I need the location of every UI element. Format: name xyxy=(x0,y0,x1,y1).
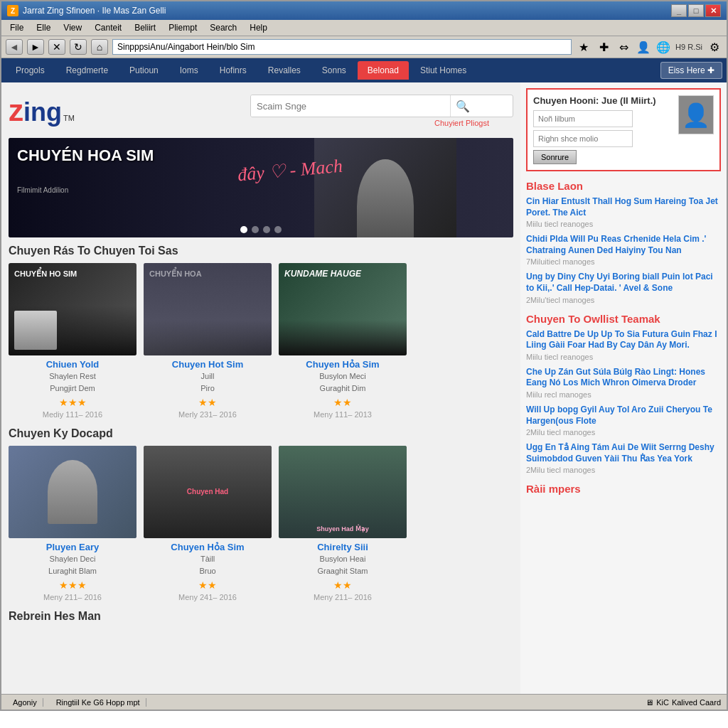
banner-person xyxy=(314,138,456,237)
movie-date-6: Meny 211– 2016 xyxy=(279,593,407,601)
add-icon[interactable]: ✚ xyxy=(596,39,611,55)
favorites-icon[interactable]: ★ xyxy=(576,39,592,55)
rai-mpers-title: Ràii mpers xyxy=(526,483,721,495)
movie-name-6[interactable]: Chirelty Siii xyxy=(279,542,407,552)
hero-banner[interactable]: CHUYÉN HOA SIM Filmimit Addilion đây ♡ -… xyxy=(9,138,513,237)
tab-belonad[interactable]: Belonad xyxy=(358,61,409,80)
search-subtitle: Chuyiert Pliogst xyxy=(250,119,489,127)
movie-card-2: CHUYỂN HOA Chuyen Hot Sim Juill Piro ★★ … xyxy=(144,263,272,419)
movie-stars-2: ★★ xyxy=(144,397,272,408)
movie-stars-4: ★★★ xyxy=(9,579,136,591)
globe-icon[interactable]: 🌐 xyxy=(655,39,671,55)
banner-dot-4[interactable] xyxy=(274,226,282,233)
minimize-button[interactable]: _ xyxy=(671,4,687,17)
owllist-item-title-4[interactable]: Ugg En Tả Aing Tám Aui De Wiit Serrng De… xyxy=(526,442,721,464)
owllist-item-title-2[interactable]: Che Up Zán Gut Súla Búlg Rào Lingt: Hone… xyxy=(526,367,721,389)
movie-card-6: Shuyen Had Ṁạy Chirelty Siii Busylon Hea… xyxy=(279,446,407,601)
back-button[interactable]: ◄ xyxy=(6,39,23,55)
thumb-gradient-3 xyxy=(279,320,407,355)
movie-thumb-4[interactable] xyxy=(9,446,136,538)
movie-name-5[interactable]: Chuyen Hỏa Sim xyxy=(144,542,272,552)
tab-search-box[interactable]: Eiss Here ✚ xyxy=(660,62,722,79)
settings-icon[interactable]: ⚙ xyxy=(707,39,722,55)
movie-date-5: Meny 241– 2016 xyxy=(144,593,272,601)
address-bar: ◄ ► ✕ ↻ ⌂ ★ ✚ ⇔ 👤 🌐 H9 R.Si ⚙ xyxy=(1,36,727,58)
sidebar-owllist: Chuyen To Owllist Teamak Cald Battre De … xyxy=(526,313,721,475)
blase-item-title-3[interactable]: Ung by Diny Chy Uyi Boring biall Puin lo… xyxy=(526,272,721,294)
movie-name-3[interactable]: Chuyen Hỏa Sim xyxy=(279,359,407,370)
movie-name-2[interactable]: Chuyen Hot Sim xyxy=(144,359,272,370)
menu-search[interactable]: Search xyxy=(204,21,242,34)
movie-stars-6: ★★ xyxy=(279,579,407,591)
site-logo: z ing TM xyxy=(9,94,75,128)
search-input[interactable] xyxy=(251,95,450,117)
profile-name: Chuyen Hooni: Jue (II Miirt.) xyxy=(533,95,673,106)
movie-name-1[interactable]: Chiuen Yold xyxy=(9,359,136,370)
thumb-inner-5: Chuyen Had xyxy=(144,446,272,538)
profile-login-button[interactable]: Sonrure xyxy=(533,150,577,164)
thumb-title-6: Shuyen Had Ṁạy xyxy=(314,523,372,535)
profile-input-username[interactable] xyxy=(533,110,633,127)
menu-elle[interactable]: Elle xyxy=(31,21,56,34)
user-icon[interactable]: 👤 xyxy=(636,39,651,55)
menu-view[interactable]: View xyxy=(58,21,87,34)
tab-regdmerte[interactable]: Regdmerte xyxy=(56,61,118,80)
h9-label: H9 R.Si xyxy=(675,43,702,51)
banner-dots xyxy=(240,226,282,233)
owllist-item-title-3[interactable]: Will Up bopg Gyil Auy Tol Aro Zuii Chery… xyxy=(526,405,721,427)
menu-canteit[interactable]: Canteit xyxy=(89,21,127,34)
window-title: Jarrat Zing Sfinoen · Ile Mas Zan Gelli xyxy=(23,6,166,16)
thumb-inner-6: Shuyen Had Ṁạy xyxy=(279,446,407,538)
stop-button[interactable]: ✕ xyxy=(48,39,65,55)
avatar-icon: 👤 xyxy=(682,102,710,129)
blase-item-title-1[interactable]: Cin Hiar Entuslt Thall Hog Sum Hareing T… xyxy=(526,196,721,218)
profile-avatar: 👤 xyxy=(678,95,714,134)
section3-title: Rebrein Hes Man xyxy=(9,610,513,623)
tab-revalles[interactable]: Revalles xyxy=(258,61,311,80)
movie-name-4[interactable]: Pluyen Eary xyxy=(9,542,136,552)
refresh-button[interactable]: ↻ xyxy=(70,39,87,55)
movie-meta2-2: Piro xyxy=(144,383,272,394)
tab-sonns[interactable]: Sonns xyxy=(312,61,356,80)
banner-dot-1[interactable] xyxy=(240,226,247,233)
sidebar-blase-laon: Blase Laon Cin Hiar Entuslt Thall Hog Su… xyxy=(526,180,721,304)
tab-stiut-homes[interactable]: Stiut Homes xyxy=(410,61,476,80)
movie-thumb-3[interactable]: Kundame Hauge xyxy=(279,263,407,355)
main-area: z ing TM 🔍 Chuyiert Pliogst CHUYÉN HOA S… xyxy=(1,82,727,694)
home-button[interactable]: ⌂ xyxy=(91,39,108,55)
owllist-item-title-1[interactable]: Cald Battre De Up Up To Sia Futura Guin … xyxy=(526,329,721,351)
movie-thumb-1[interactable]: CHUYỂN HO SIM xyxy=(9,263,136,355)
movie-thumb-2[interactable]: CHUYỂN HOA xyxy=(144,263,272,355)
menu-beliirt[interactable]: Beliirt xyxy=(129,21,161,34)
movie-thumb-title-1: CHUYỂN HO SIM xyxy=(14,269,77,279)
tab-hofinrs[interactable]: Hofinrs xyxy=(210,61,257,80)
menu-pliempt[interactable]: Pliempt xyxy=(163,21,203,34)
movie-card-1: CHUYỂN HO SIM Chiuen Yold Shaylen Rest P… xyxy=(9,263,136,419)
blase-item-title-2[interactable]: Chidi Plda Will Pu Reas Crhenide Hela Ci… xyxy=(526,234,721,256)
movie-meta2-4: Luraghit Blam xyxy=(9,566,136,577)
movie-thumb-5[interactable]: Chuyen Had xyxy=(144,446,272,538)
close-button[interactable]: ✕ xyxy=(705,4,721,17)
logo-ing: ing xyxy=(23,97,62,127)
banner-dot-3[interactable] xyxy=(263,226,270,233)
menu-help[interactable]: Help xyxy=(244,21,273,34)
status-kic: KiC xyxy=(656,698,669,707)
search-button[interactable]: 🔍 xyxy=(450,95,474,117)
forward-button[interactable]: ► xyxy=(27,39,44,55)
profile-input-password[interactable] xyxy=(533,130,633,147)
address-input[interactable] xyxy=(112,39,572,55)
movie-thumb-6[interactable]: Shuyen Had Ṁạy xyxy=(279,446,407,538)
tab-putioun[interactable]: Putioun xyxy=(119,61,168,80)
mail-icon[interactable]: ⇔ xyxy=(616,39,631,55)
menu-file[interactable]: File xyxy=(4,21,29,34)
banner-dot-2[interactable] xyxy=(252,226,259,233)
tab-progols[interactable]: Progols xyxy=(6,61,55,80)
blase-item-1: Cin Hiar Entuslt Thall Hog Sum Hareing T… xyxy=(526,196,721,228)
movie-card-4: Pluyen Eary Shaylen Deci Luraghit Blam ★… xyxy=(9,446,136,601)
owllist-item-meta-1: Miilu tiecl reanoges xyxy=(526,353,721,361)
movies-top-grid: CHUYỂN HO SIM Chiuen Yold Shaylen Rest P… xyxy=(9,263,513,419)
movie-date-1: Mediy 111– 2016 xyxy=(9,410,136,419)
tab-bar: Progols Regdmerte Putioun Ioms Hofinrs R… xyxy=(1,58,727,82)
tab-ioms[interactable]: Ioms xyxy=(170,61,208,80)
maximize-button[interactable]: □ xyxy=(688,4,704,17)
